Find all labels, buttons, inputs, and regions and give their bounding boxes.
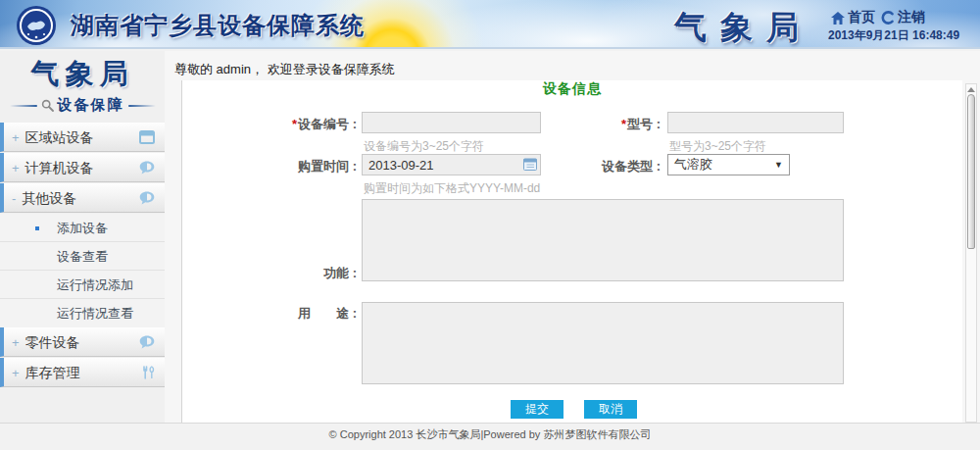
- sidebar-logo-subtitle: 设备保障: [58, 96, 124, 115]
- device-no-hint: 设备编号为3~25个字符: [364, 138, 484, 155]
- purchase-date-field: [362, 154, 541, 175]
- purchase-date-input[interactable]: [362, 154, 541, 175]
- header-banner: 湖南省宁乡县设备保障系统 气象局 首页 注销 2013年9月21日 16:48:…: [0, 0, 980, 49]
- submit-button[interactable]: 提交: [511, 400, 564, 419]
- sidebar-item-other-devices[interactable]: -其他设备: [0, 183, 165, 213]
- active-bullet-icon: [35, 226, 39, 230]
- copyright-text: © Copyright 2013 长沙市气象局|Powered by 苏州梦图软…: [329, 428, 652, 440]
- submenu-item-add-device[interactable]: 添加设备: [0, 214, 165, 242]
- sidebar-item-computer[interactable]: +计算机设备: [0, 153, 165, 182]
- submenu-label: 设备查看: [57, 249, 108, 264]
- expand-plus-icon: +: [12, 161, 20, 175]
- model-hint: 型号为3~25个字符: [669, 138, 766, 155]
- sidebar-item-region-station[interactable]: +区域站设备: [0, 123, 165, 152]
- purchase-date-hint: 购置时间为如下格式YYYY-MM-dd: [364, 180, 540, 197]
- home-icon: [831, 12, 845, 25]
- sidebar-submenu: 添加设备 设备查看 运行情况添加 运行情况查看: [0, 214, 165, 327]
- model-input[interactable]: [667, 112, 844, 133]
- required-asterisk: *: [621, 117, 626, 131]
- logout-label: 注销: [898, 9, 925, 26]
- system-title: 湖南省宁乡县设备保障系统: [71, 10, 365, 41]
- logout-link[interactable]: 注销: [881, 9, 925, 26]
- device-type-select[interactable]: 气溶胶 ▼: [667, 154, 790, 175]
- sidebar: 气象局 设备保障 +区域站设备 +计算机设备 -其他设备: [0, 51, 165, 423]
- search-icon: [41, 99, 54, 112]
- chevron-down-icon: ▼: [774, 155, 783, 175]
- home-label: 首页: [848, 9, 875, 26]
- device-no-input[interactable]: [362, 112, 541, 133]
- comment-icon: [139, 161, 155, 175]
- app-window: 湖南省宁乡县设备保障系统 气象局 首页 注销 2013年9月21日 16:48:…: [0, 0, 980, 450]
- home-link[interactable]: 首页: [831, 9, 875, 26]
- calendar-icon[interactable]: [523, 158, 537, 171]
- submenu-label: 运行情况添加: [57, 277, 133, 292]
- menu-label: 零件设备: [25, 334, 80, 350]
- brand-title: 气象局: [674, 6, 812, 50]
- logout-icon: [881, 11, 895, 25]
- footer: © Copyright 2013 长沙市气象局|Powered by 苏州梦图软…: [0, 423, 980, 450]
- purchase-date-label: 购置时间 :: [221, 158, 357, 175]
- device-form-panel: 设备信息 *设备编号 : *型号 : 设备编号为3~25个字符 型号为3~25个…: [181, 80, 962, 423]
- welcome-message: 尊敬的 admin， 欢迎登录设备保障系统: [165, 51, 980, 80]
- menu-label: 计算机设备: [25, 160, 94, 175]
- expand-minus-icon: -: [12, 191, 16, 206]
- device-type-value: 气溶胶: [674, 157, 712, 172]
- comment-icon: [139, 335, 155, 349]
- function-textarea[interactable]: [362, 199, 844, 281]
- window-icon: [139, 130, 155, 144]
- submenu-item-add-run-status[interactable]: 运行情况添加: [0, 271, 165, 299]
- device-no-label: *设备编号 :: [221, 116, 357, 133]
- scrollbar-thumb[interactable]: [967, 94, 975, 249]
- submenu-label: 运行情况查看: [57, 306, 133, 321]
- submenu-item-view-run-status[interactable]: 运行情况查看: [0, 299, 165, 327]
- usage-textarea[interactable]: [362, 302, 844, 384]
- expand-plus-icon: +: [12, 335, 20, 350]
- vertical-scrollbar[interactable]: [965, 83, 977, 423]
- menu-label: 区域站设备: [25, 129, 94, 145]
- content-area: 尊敬的 admin， 欢迎登录设备保障系统 设备信息 *设备编号 : *型号 :…: [165, 51, 980, 423]
- cancel-button[interactable]: 取消: [584, 400, 637, 419]
- expand-plus-icon: +: [12, 366, 20, 380]
- device-type-label: 设备类型 :: [564, 158, 661, 175]
- required-asterisk: *: [292, 117, 297, 131]
- usage-label: 用 途 :: [221, 305, 357, 323]
- divider-line: [10, 105, 37, 107]
- sidebar-item-inventory[interactable]: +库存管理: [0, 358, 165, 387]
- scroll-up-icon[interactable]: [967, 87, 975, 92]
- form-title: 设备信息: [182, 80, 962, 98]
- submenu-item-view-device[interactable]: 设备查看: [0, 242, 165, 271]
- header-datetime: 2013年9月21日 16:48:49: [828, 27, 959, 44]
- submenu-label: 添加设备: [57, 221, 108, 235]
- comment-icon: [139, 191, 155, 205]
- model-label: *型号 :: [574, 116, 661, 133]
- bureau-seal-logo: [16, 5, 57, 46]
- divider-line: [128, 105, 156, 107]
- function-label: 功能 :: [221, 265, 357, 282]
- menu-label: 其他设备: [22, 190, 76, 206]
- tools-icon: [141, 366, 155, 379]
- expand-plus-icon: +: [12, 130, 20, 145]
- menu-label: 库存管理: [25, 365, 80, 380]
- sidebar-menu: +区域站设备 +计算机设备 -其他设备 添加设备 设备查看: [0, 123, 165, 387]
- sidebar-item-parts[interactable]: +零件设备: [0, 327, 165, 357]
- sidebar-logo: 气象局 设备保障: [0, 51, 165, 115]
- sidebar-logo-title: 气象局: [0, 55, 165, 94]
